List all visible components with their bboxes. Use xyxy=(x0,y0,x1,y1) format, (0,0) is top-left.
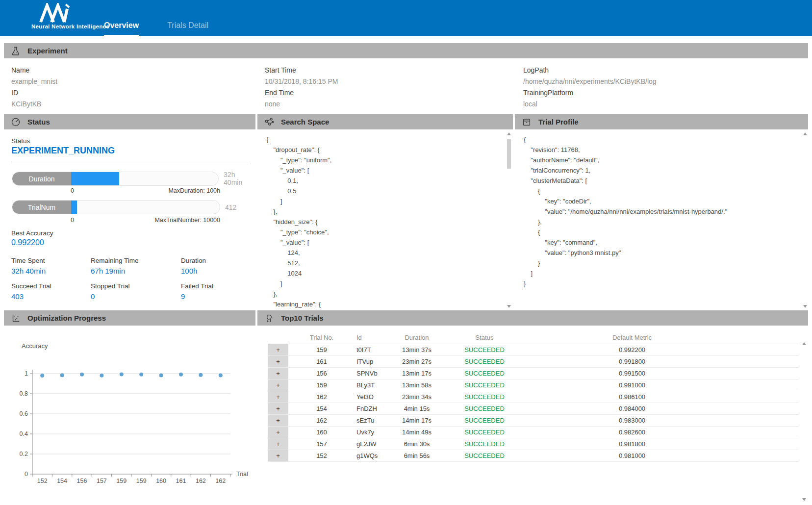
search-space-section-title: Search Space xyxy=(281,118,329,126)
expand-row-button[interactable]: + xyxy=(268,415,288,426)
cell-trial-no: 159 xyxy=(288,346,355,354)
trialnum-max: MaxTrialNumber: 10000 xyxy=(154,217,220,224)
cell-duration: 13min 58s xyxy=(386,381,447,389)
cell-default-metric: 0.991500 xyxy=(522,370,742,377)
cell-status: SUCCEEDED xyxy=(447,429,522,436)
y-tick-label: 0.8 xyxy=(20,390,28,397)
scrollbar-up-arrow[interactable] xyxy=(802,342,806,345)
column-header-default-metric: Default Metric xyxy=(522,334,742,341)
cell-trial-no: 157 xyxy=(288,440,355,448)
cell-status: SUCCEEDED xyxy=(447,358,522,365)
id-label: ID xyxy=(11,87,57,98)
cell-default-metric: 0.986100 xyxy=(522,393,742,401)
cell-trial-no: 159 xyxy=(288,381,355,389)
expand-row-button[interactable]: + xyxy=(268,344,288,355)
expand-row-button[interactable]: + xyxy=(268,368,288,379)
experiment-path-group: LogPath /home/quzha/nni/experiments/KCiB… xyxy=(523,64,657,109)
training-platform-label: TrainingPlatform xyxy=(523,87,657,98)
table-row: +162Yel3O23min 34sSUCCEEDED0.986100 xyxy=(268,391,798,403)
log-path-label: LogPath xyxy=(523,64,657,76)
duration-bar-fill xyxy=(71,172,119,185)
expand-row-button[interactable]: + xyxy=(268,438,288,450)
status-divider xyxy=(11,162,248,162)
experiment-name-group: Name example_mnist ID KCiBytKB xyxy=(11,64,57,109)
cell-id: BLy3T xyxy=(355,381,386,389)
duration-bar-label: Duration xyxy=(12,172,71,185)
end-time-value: none xyxy=(265,98,338,109)
tab-overview[interactable]: Overview xyxy=(104,21,139,36)
search-space-json: { "dropout_rate": { "_type": "uniform", … xyxy=(266,134,501,310)
flask-icon xyxy=(11,46,21,56)
x-tick-label: 152 xyxy=(37,478,48,484)
table-header-row: Trial No. Id Duration Status Default Met… xyxy=(268,331,798,344)
cell-id: Uvk7y xyxy=(355,429,386,436)
optimization-progress-panel: Optimization Progress Accuracy10.80.60.4… xyxy=(4,310,255,505)
expand-row-button[interactable]: + xyxy=(268,356,288,367)
trialnum-bar-track xyxy=(71,201,220,214)
experiment-time-group: Start Time 10/31/2018, 8:16:15 PM End Ti… xyxy=(265,64,338,109)
duration-value-text: 32h 40min xyxy=(224,171,255,186)
top10-section-title: Top10 Trials xyxy=(281,314,323,322)
expand-row-button[interactable]: + xyxy=(268,391,288,403)
table-row: +159t0I7T13min 37sSUCCEEDED0.992200 xyxy=(268,344,798,356)
stat-failed-trial: Failed Trial 9 xyxy=(181,282,254,301)
start-time-label: Start Time xyxy=(265,64,338,76)
chart-point xyxy=(60,373,64,377)
best-accuracy-value: 0.992200 xyxy=(11,238,44,247)
stat-succeed-trial: Succeed Trial 403 xyxy=(11,282,91,301)
log-path-value: /home/quzha/nni/experiments/KCiBytKB/log xyxy=(523,76,657,87)
top10-scrollbar[interactable] xyxy=(801,342,807,501)
search-space-scrollbar[interactable] xyxy=(506,132,512,308)
gauge-icon xyxy=(11,117,21,127)
expand-row-button[interactable]: + xyxy=(268,379,288,391)
end-time-label: End Time xyxy=(265,87,338,98)
cell-duration: 13min 37s xyxy=(386,346,447,354)
best-accuracy-label: Best Accuracy xyxy=(11,229,53,237)
cell-trial-no: 161 xyxy=(288,358,355,365)
stat-time-spent: Time Spent 32h 40min xyxy=(11,257,91,275)
expand-row-button[interactable]: + xyxy=(268,427,288,438)
top10-table-body: Trial No. Id Duration Status Default Met… xyxy=(257,326,808,505)
table-row: +157gL2JW6min 30sSUCCEEDED0.981800 xyxy=(268,438,798,450)
molecule-icon xyxy=(264,117,274,127)
cell-status: SUCCEEDED xyxy=(447,381,522,389)
cell-trial-no: 156 xyxy=(288,370,355,377)
x-tick-label: 161 xyxy=(176,478,186,484)
cell-status: SUCCEEDED xyxy=(447,452,522,459)
x-tick-label: 162 xyxy=(196,478,206,484)
chart-point xyxy=(199,373,203,377)
scrollbar-down-arrow[interactable] xyxy=(507,305,511,308)
scrollbar-down-arrow[interactable] xyxy=(802,498,806,501)
status-value: EXPERIMENT_RUNNING xyxy=(11,146,115,156)
stat-duration: Duration 100h xyxy=(181,257,254,275)
search-space-panel: Search Space { "dropout_rate": { "_type"… xyxy=(257,114,513,310)
cell-trial-no: 154 xyxy=(288,405,355,412)
cell-default-metric: 0.981800 xyxy=(522,440,742,448)
expand-row-button[interactable]: + xyxy=(268,450,288,461)
scrollbar-thumb[interactable] xyxy=(507,139,511,169)
nav-tabs: Overview Trials Detail xyxy=(104,0,208,36)
chart-point xyxy=(100,374,103,378)
duration-min: 0 xyxy=(71,187,74,194)
expand-row-button[interactable]: + xyxy=(268,403,288,414)
status-stats-grid: Time Spent 32h 40min Remaining Time 67h … xyxy=(11,257,254,301)
tab-trials-detail[interactable]: Trials Detail xyxy=(167,21,208,36)
cell-id: g1WQs xyxy=(355,452,386,459)
cell-trial-no: 160 xyxy=(288,429,355,436)
duration-bar-track xyxy=(71,172,218,185)
x-tick-label: 159 xyxy=(116,478,127,484)
table-row: +161ITVup23min 27sSUCCEEDED0.991800 xyxy=(268,356,798,368)
scrollbar-down-arrow[interactable] xyxy=(803,305,807,308)
x-axis-label: Trial xyxy=(236,471,248,478)
scrollbar-up-arrow[interactable] xyxy=(507,132,511,135)
search-space-section-bar: Search Space xyxy=(257,114,513,129)
cell-id: FnDZH xyxy=(355,405,386,412)
duration-max: MaxDuration: 100h xyxy=(168,187,220,194)
cell-duration: 4min 15s xyxy=(386,405,447,412)
trial-profile-scrollbar[interactable] xyxy=(802,132,808,308)
top10-section-bar: Top10 Trials xyxy=(257,310,808,326)
chart-point xyxy=(159,374,163,378)
column-header-duration: Duration xyxy=(386,334,447,341)
scrollbar-up-arrow[interactable] xyxy=(803,132,807,135)
cell-duration: 13min 17s xyxy=(386,370,447,377)
